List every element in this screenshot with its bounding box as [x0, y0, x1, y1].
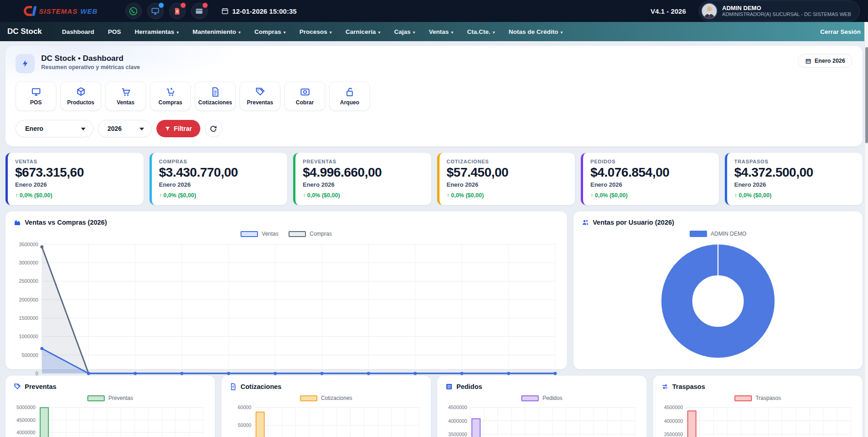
svg-text:4000000: 4000000 — [16, 430, 35, 435]
svg-text:500000: 500000 — [21, 352, 38, 358]
filter-row: Enero 2026 Filtrar — [16, 120, 852, 137]
avatar — [701, 3, 718, 19]
nav-item-notas-credito[interactable]: Notas de Crédito — [509, 28, 563, 35]
chart-title: Cotizaciones — [241, 383, 281, 390]
svg-text:4000000: 4000000 — [448, 418, 467, 424]
trend-up-badge: ↑ 0,0% ($0,00) — [447, 192, 568, 199]
scrollbar-thumb[interactable] — [865, 47, 868, 143]
file-icon — [210, 87, 220, 97]
refresh-button[interactable] — [205, 120, 222, 137]
svg-text:3000000: 3000000 — [19, 260, 38, 265]
chart-title: Pedidos — [456, 383, 482, 390]
users-icon — [582, 219, 589, 226]
cash-icon — [300, 87, 310, 97]
kpi-card-traspasos: TRASPASOS $4.372.500,00 Enero 2026 ↑ 0,0… — [725, 153, 863, 205]
nav-item-dashboard[interactable]: Dashboard — [62, 28, 95, 35]
nav-item-ctacte[interactable]: Cta.Cte. — [467, 28, 495, 35]
svg-text:3500000: 3500000 — [448, 432, 467, 437]
legend-swatch — [734, 395, 752, 401]
chart-title: Ventas vs Compras (2026) — [25, 219, 107, 226]
preventas-chart-card: Preventas Preventas 50000004500000400000… — [5, 376, 215, 437]
year-select[interactable]: 2026 — [98, 120, 152, 137]
bolt-icon — [16, 54, 35, 73]
user-role: ADMINISTRADOR(A) SUCURSAL - DC SISTEMAS … — [722, 11, 851, 17]
svg-text:2500000: 2500000 — [19, 278, 38, 284]
legend-swatch — [690, 231, 707, 237]
quick-action-pos[interactable]: POS — [16, 81, 56, 111]
traspasos-chart-card: Traspasos Traspasos 45000004000000350000… — [653, 376, 863, 437]
page-scrollbar[interactable] — [864, 22, 868, 437]
svg-text:50000: 50000 — [238, 422, 252, 428]
cotizaciones-chart-card: Cotizaciones Cotizaciones 60000500004000… — [221, 376, 431, 437]
documents-button[interactable] — [169, 3, 186, 19]
app-logo: SISTEMASWEB — [24, 6, 98, 16]
tags-icon — [255, 87, 265, 97]
kpi-card-pedidos: PEDIDOS $4.076.854,00 Enero 2026 ↑ 0,0% … — [581, 153, 719, 205]
calendar-icon — [221, 7, 229, 15]
nav-item-mantenimiento[interactable]: Mantenimiento — [193, 28, 241, 35]
nav-item-herramientas[interactable]: Herramientas — [135, 28, 179, 35]
preventas-bar-chart: 5000000450000040000003500000300000025000… — [14, 402, 207, 437]
dashboard-main: DC Stock • Dashboard Resumen operativo y… — [0, 41, 868, 437]
quick-action-ventas[interactable]: Ventas — [105, 81, 146, 111]
kpi-card-cotizaciones: COTIZACIONES $57.450,00 Enero 2026 ↑ 0,0… — [437, 153, 575, 205]
legend-swatch — [87, 395, 105, 401]
navbar-brand[interactable]: DC Stock — [7, 27, 42, 36]
cart-down-icon — [166, 87, 176, 97]
quick-action-productos[interactable]: Productos — [60, 81, 101, 111]
trend-up-badge: ↑ 0,0% ($0,00) — [15, 192, 136, 199]
topbar: SISTEMASWEB 12-01-2026 15:00:35 V4.1 - 2… — [0, 0, 868, 22]
pos-monitor-button[interactable] — [147, 3, 164, 19]
bar-chart-icon — [14, 219, 21, 226]
logo-text: SISTEMASWEB — [39, 7, 98, 15]
quick-action-preventas[interactable]: Preventas — [240, 81, 280, 111]
user-name: ADMIN DEMO — [722, 5, 851, 11]
svg-text:1000000: 1000000 — [19, 334, 38, 339]
monitor-icon — [151, 7, 160, 16]
charts-row: Ventas vs Compras (2026) Ventas Compras … — [5, 211, 863, 369]
chart-legend: Ventas Compras — [14, 231, 559, 237]
document-icon — [173, 7, 182, 16]
svg-text:60000: 60000 — [238, 405, 252, 410]
svg-text:4500000: 4500000 — [664, 405, 683, 410]
payments-button[interactable] — [191, 3, 208, 19]
nav-item-carniceria[interactable]: Carnicería — [346, 28, 380, 35]
chart-legend: ADMIN DEMO — [582, 231, 854, 237]
page-title: DC Stock • Dashboard — [41, 54, 140, 63]
cotizaciones-bar-chart: 6000050000400003000020000100000EneFebMar… — [230, 402, 423, 437]
quick-action-arqueo[interactable]: Arqueo — [329, 81, 370, 111]
period-badge: Enero 2026 — [798, 54, 852, 68]
page-subtitle: Resumen operativo y métricas clave — [41, 64, 140, 70]
nav-item-pos[interactable]: POS — [108, 28, 121, 35]
nav-items: Dashboard POS Herramientas Mantenimiento… — [62, 28, 563, 35]
nav-item-procesos[interactable]: Procesos — [300, 28, 332, 35]
quick-action-cobrar[interactable]: Cobrar — [284, 81, 325, 111]
version-label: V4.1 - 2026 — [650, 7, 686, 15]
filter-button[interactable]: Filtrar — [156, 120, 200, 137]
quick-action-cotizaciones[interactable]: Cotizaciones — [195, 81, 236, 111]
period-badge-text: Enero 2026 — [814, 58, 845, 64]
chart-title: Preventas — [25, 383, 56, 390]
svg-text:3500000: 3500000 — [664, 432, 683, 437]
nav-item-compras[interactable]: Compras — [254, 28, 286, 35]
line-chart: 0500000100000015000002000000250000030000… — [14, 238, 559, 392]
legend-swatch — [521, 395, 539, 401]
kpi-card-preventas: PREVENTAS $4.996.660,00 Enero 2026 ↑ 0,0… — [293, 153, 431, 205]
quick-action-compras[interactable]: Compras — [150, 81, 191, 111]
notification-dot — [159, 3, 164, 8]
chart-title: Ventas por Usuario (2026) — [593, 219, 674, 226]
whatsapp-button[interactable] — [125, 3, 142, 19]
logout-button[interactable]: Cerrar Sesión — [820, 28, 861, 35]
month-select[interactable]: Enero — [16, 120, 93, 137]
svg-text:2000000: 2000000 — [19, 297, 38, 302]
cart-icon — [121, 87, 131, 97]
svg-text:4000000: 4000000 — [664, 418, 683, 424]
list-icon — [445, 383, 453, 390]
svg-text:3500000: 3500000 — [19, 242, 38, 247]
pedidos-bar-chart: 4500000400000035000003000000250000020000… — [445, 402, 638, 437]
nav-item-cajas[interactable]: Cajas — [394, 28, 415, 35]
user-menu[interactable]: ADMIN DEMO ADMINISTRADOR(A) SUCURSAL - D… — [699, 0, 860, 22]
datetime-display: 12-01-2026 15:00:35 — [221, 7, 297, 15]
nav-item-ventas[interactable]: Ventas — [429, 28, 454, 35]
chart-title: Traspasos — [672, 383, 705, 390]
